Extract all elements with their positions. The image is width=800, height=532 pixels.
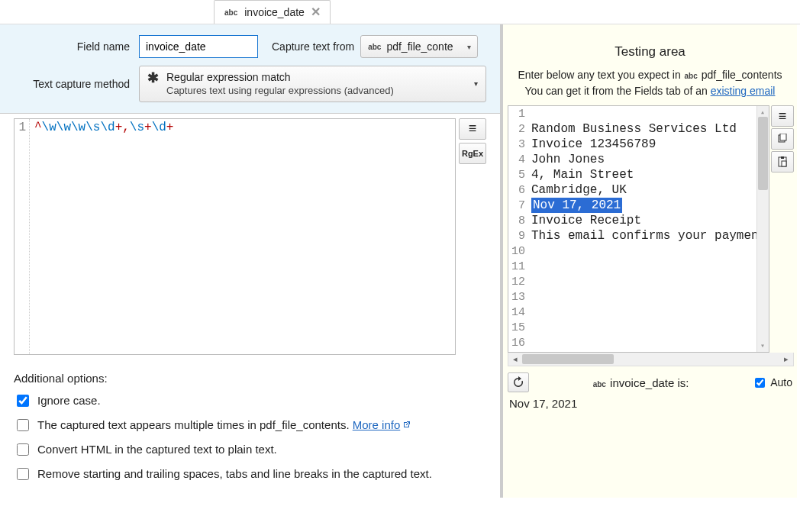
regex-helper-button[interactable]: RgEx: [459, 143, 486, 164]
asterisk-icon: ✱: [147, 71, 159, 86]
convert-html-label: Convert HTML in the captured text to pla…: [37, 443, 277, 456]
external-link-icon: [402, 421, 411, 430]
svg-rect-4: [782, 161, 786, 166]
regex-code: ^\w\w\w\s\d+,\s+\d+: [30, 119, 178, 354]
regex-editor[interactable]: 1 ^\w\w\w\s\d+,\s+\d+: [14, 118, 456, 355]
ignore-case-checkbox[interactable]: [17, 395, 29, 407]
svg-rect-3: [781, 156, 784, 159]
tab-bar: abc invoice_date ✕: [0, 0, 800, 24]
testing-heading: Testing area: [503, 44, 797, 60]
tab-label: invoice_date: [244, 6, 305, 18]
scrollbar-thumb[interactable]: [758, 117, 768, 190]
result-value: Nov 17, 2021: [509, 397, 791, 410]
more-info-link[interactable]: More info: [353, 418, 411, 431]
svg-rect-1: [780, 134, 786, 140]
capture-method-select[interactable]: ✱ Regular expression match Captures text…: [139, 66, 486, 102]
abc-icon: abc: [684, 72, 698, 80]
auto-checkbox-label[interactable]: Auto: [752, 376, 792, 390]
left-panel: Field name Capture text from abc pdf_fil…: [0, 24, 503, 498]
field-name-input[interactable]: [139, 35, 258, 58]
copy-button[interactable]: [771, 128, 794, 150]
refresh-icon: [512, 376, 524, 389]
vertical-scrollbar[interactable]: ▴ ▾: [756, 106, 769, 352]
paste-icon: [777, 156, 788, 167]
test-gutter: 12345678910111213141516: [508, 106, 528, 352]
method-title: Regular expression match: [166, 71, 466, 85]
abc-icon: abc: [367, 43, 382, 51]
gutter: 1: [15, 119, 30, 354]
regex-match-highlight: Nov 17, 2021: [531, 198, 622, 213]
copy-icon: [777, 134, 788, 144]
options-heading: Additional options:: [14, 372, 486, 385]
ignore-case-label: Ignore case.: [37, 394, 101, 407]
method-label: Text capture method: [14, 78, 130, 90]
capture-from-value: pdf_file_conte: [386, 40, 453, 53]
existing-email-link[interactable]: existing email: [711, 85, 776, 97]
abc-icon: abc: [592, 380, 607, 389]
field-name-label: Field name: [14, 40, 130, 53]
editor-menu-button[interactable]: ≡: [459, 118, 486, 140]
trim-whitespace-label: Remove starting and trailing spaces, tab…: [37, 467, 432, 480]
scrollbar-thumb[interactable]: [522, 354, 614, 364]
options-panel: Additional options: Ignore case. The cap…: [0, 358, 500, 498]
capture-from-select[interactable]: abc pdf_file_conte ▾: [360, 35, 478, 58]
trim-whitespace-checkbox[interactable]: [17, 468, 29, 480]
auto-checkbox[interactable]: [755, 378, 765, 388]
tab-invoice-date[interactable]: abc invoice_date ✕: [214, 0, 331, 24]
test-menu-button[interactable]: ≡: [771, 105, 794, 127]
multiple-times-label: The captured text appears multiple times…: [37, 418, 411, 431]
testing-hint: Enter below any text you expect in abc p…: [511, 67, 789, 99]
horizontal-scrollbar[interactable]: ◂ ▸: [508, 353, 794, 366]
refresh-button[interactable]: [508, 372, 529, 392]
config-panel: Field name Capture text from abc pdf_fil…: [0, 24, 500, 114]
abc-icon: abc: [224, 8, 238, 17]
test-body: Random Business Services LtdInvoice 1234…: [528, 106, 769, 352]
chevron-down-icon: ▾: [467, 43, 471, 51]
close-icon[interactable]: ✕: [311, 6, 321, 18]
testing-panel: Testing area Enter below any text you ex…: [503, 24, 797, 498]
paste-button[interactable]: [771, 151, 794, 172]
multiple-times-checkbox[interactable]: [17, 419, 29, 431]
convert-html-checkbox[interactable]: [17, 443, 29, 456]
capture-from-label: Capture text from: [272, 40, 354, 53]
test-text-editor[interactable]: 12345678910111213141516 Random Business …: [508, 105, 769, 353]
result-label: abc invoice_date is:: [535, 376, 746, 389]
method-sub: Captures text using regular expressions …: [166, 85, 466, 97]
chevron-down-icon: ▾: [474, 79, 478, 88]
